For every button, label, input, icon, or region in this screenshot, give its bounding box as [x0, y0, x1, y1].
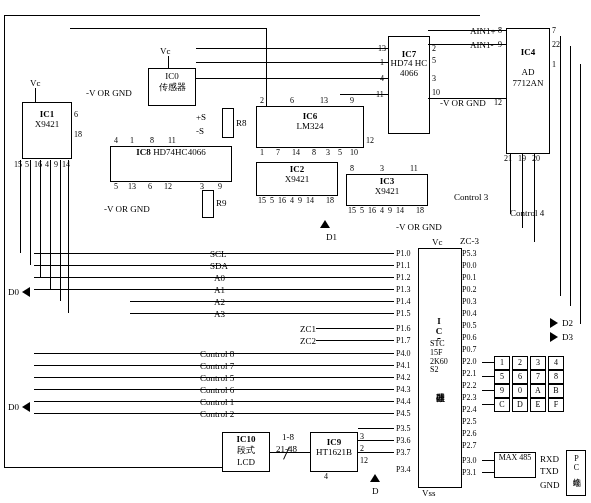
key-1[interactable]: 1 — [494, 356, 510, 370]
key-e[interactable]: E — [530, 398, 546, 412]
c7: Control 7 — [200, 361, 234, 371]
txd: TXD — [540, 466, 559, 476]
ic10-sub1: 段式 — [223, 444, 269, 457]
ic3-box: IC3 X9421 — [346, 174, 428, 206]
r8-box — [222, 108, 234, 138]
zc1: ZC1 — [300, 324, 316, 334]
d2: D2 — [562, 318, 573, 328]
ic1-part: X9421 — [23, 119, 71, 129]
ic3-part: X9421 — [347, 186, 427, 196]
r9: R9 — [216, 198, 227, 208]
ic2-box: IC2 X9421 — [256, 162, 338, 196]
ic8-plus: +S — [196, 112, 206, 122]
ic10-name: IC10 — [223, 434, 269, 444]
ic4-box: IC4 AD7712AN — [506, 28, 550, 154]
a3: A3 — [214, 309, 225, 319]
ic1-name: IC1 — [23, 109, 71, 119]
ic9-bus1: 1-8 — [282, 432, 294, 442]
ic9-part: HT1621B — [311, 447, 357, 457]
ic0-vc: Vc — [160, 46, 171, 56]
c3: Control 3 — [454, 192, 488, 202]
ic6-part: LM324 — [257, 121, 363, 131]
zc3: ZC-3 — [460, 236, 479, 246]
max485: MAX 485 — [495, 454, 535, 463]
ic3-gnd: -V OR GND — [396, 222, 442, 232]
ic1-vc: Vc — [30, 78, 41, 88]
gnd-io: GND — [540, 480, 560, 490]
ic0-sub: 传感器 — [149, 81, 195, 94]
key-7[interactable]: 7 — [530, 370, 546, 384]
ic9-box: IC9 HT1621B — [310, 432, 358, 472]
ic0-name: IC0 — [149, 71, 195, 81]
c4: Control 4 — [510, 208, 544, 218]
ic5-vss: Vss — [422, 488, 436, 498]
sda: SDA — [210, 261, 228, 271]
ic4-name: IC4 — [507, 47, 549, 57]
ic8-minus: -S — [196, 126, 204, 136]
d0-l: D0 — [8, 287, 19, 297]
ic5-vc: Vc — [432, 237, 443, 247]
ic3-name: IC3 — [347, 176, 427, 186]
rxd: RXD — [540, 454, 559, 464]
key-c[interactable]: C — [494, 398, 510, 412]
ic7-box: IC7 HD74 HC 4066 — [388, 36, 430, 134]
ic1-box: IC1 X9421 — [22, 102, 72, 159]
key-2[interactable]: 2 — [512, 356, 528, 370]
ic2-name: IC2 — [257, 164, 337, 174]
d1-sym — [320, 220, 330, 228]
circuit-diagram: IC1 X9421 Vc 6 18 15 5 16 4 9 14 IC0 传感器… — [0, 0, 591, 503]
d-bot: D — [372, 486, 379, 496]
r8: R8 — [236, 118, 247, 128]
a2: A2 — [214, 297, 225, 307]
ic8-name: IC8 — [136, 147, 151, 157]
c2: Control 2 — [200, 409, 234, 419]
a0: A0 — [214, 273, 225, 283]
c8: Control 8 — [200, 349, 234, 359]
key-3[interactable]: 3 — [530, 356, 546, 370]
ic8-box: IC8 HD74HC4066 — [110, 146, 232, 182]
ic10-sub2: LCD — [223, 457, 269, 467]
ic4-part: AD7712AN — [507, 67, 549, 89]
key-f[interactable]: F — [548, 398, 564, 412]
d0-b: D0 — [8, 402, 19, 412]
key-a[interactable]: A — [530, 384, 546, 398]
key-4[interactable]: 4 — [548, 356, 564, 370]
c5: Control 5 — [200, 373, 234, 383]
d3: D3 — [562, 332, 573, 342]
key-6[interactable]: 6 — [512, 370, 528, 384]
pc: PC终端 — [570, 454, 581, 472]
key-b[interactable]: B — [548, 384, 564, 398]
zc2: ZC2 — [300, 336, 316, 346]
max485-box: MAX 485 — [494, 452, 536, 478]
ic8-gnd: -V OR GND — [104, 204, 150, 214]
key-0[interactable]: 0 — [512, 384, 528, 398]
c6: Control 6 — [200, 385, 234, 395]
r9-box — [202, 190, 214, 218]
ic6-name: IC6 — [257, 111, 363, 121]
ic8-part: HD74HC4066 — [153, 147, 206, 157]
key-9[interactable]: 9 — [494, 384, 510, 398]
ic2-part: X9421 — [257, 174, 337, 184]
key-8[interactable]: 8 — [548, 370, 564, 384]
d1: D1 — [326, 232, 337, 242]
ic10-box: IC10 段式 LCD — [222, 432, 270, 472]
ic0-gnd: -V OR GND — [86, 88, 132, 98]
ic0-box: IC0 传感器 — [148, 68, 196, 106]
key-5[interactable]: 5 — [494, 370, 510, 384]
ic7-part: HD74 HC 4066 — [389, 59, 429, 79]
scl: SCL — [210, 249, 227, 259]
a1: A1 — [214, 285, 225, 295]
ic9-name: IC9 — [311, 437, 357, 447]
ic6-box: IC6 LM324 — [256, 106, 364, 148]
c1: Control 1 — [200, 397, 234, 407]
key-d[interactable]: D — [512, 398, 528, 412]
